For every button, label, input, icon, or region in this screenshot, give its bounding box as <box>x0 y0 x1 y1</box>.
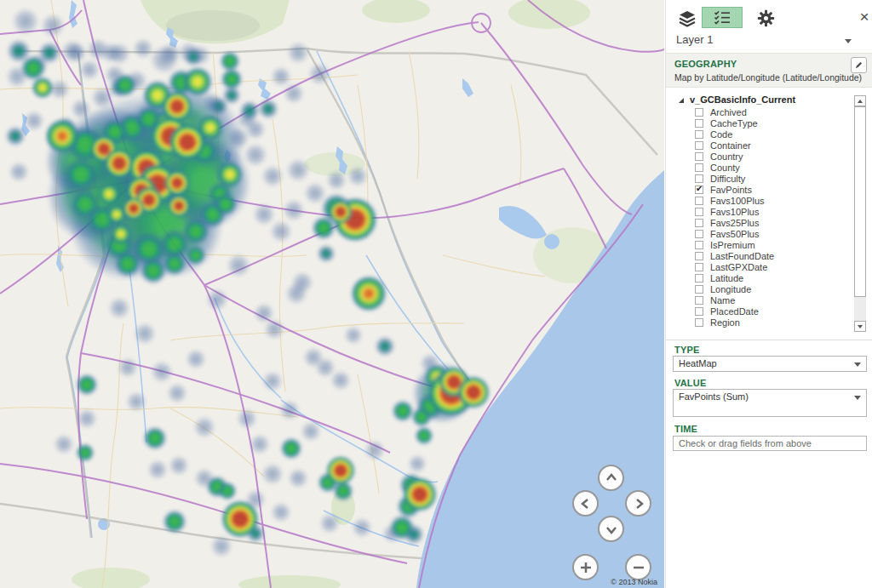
chevron-down-icon <box>600 518 622 540</box>
field-row[interactable]: Favs25Plus <box>666 218 852 229</box>
field-row[interactable]: IsPremium <box>666 240 852 251</box>
field-row[interactable]: County <box>666 163 852 174</box>
zoom-in-button[interactable] <box>572 554 599 580</box>
minus-icon <box>628 557 650 579</box>
table-node[interactable]: v_GCBasicInfo_Current <box>666 94 852 107</box>
map-canvas[interactable]: © 2013 Nokia <box>0 0 664 588</box>
scrollbar-track[interactable] <box>854 106 866 321</box>
field-row[interactable]: CacheType <box>666 118 852 129</box>
checkbox[interactable] <box>695 241 703 249</box>
field-label: Difficulty <box>710 174 745 184</box>
checkbox[interactable] <box>695 197 703 205</box>
field-tree: v_GCBasicInfo_Current ArchivedCacheTypeC… <box>666 94 852 328</box>
field-list-scrollbar[interactable] <box>854 95 866 332</box>
checkbox[interactable] <box>695 119 703 128</box>
pencil-icon[interactable] <box>851 57 867 73</box>
type-select[interactable]: HeatMap <box>673 356 867 372</box>
checkbox[interactable] <box>695 296 703 305</box>
field-row[interactable]: Container <box>666 140 852 151</box>
layer-selector[interactable]: Layer 1 <box>676 33 855 49</box>
powermap-window: © 2013 Nokia <box>0 0 872 588</box>
checkbox[interactable] <box>695 252 703 260</box>
field-row[interactable]: ✔FavPoints <box>666 185 852 196</box>
field-row[interactable]: Region <box>666 317 852 328</box>
chevron-down-icon <box>854 396 861 400</box>
field-row[interactable]: Longitude <box>666 284 852 295</box>
type-title: TYPE <box>674 345 700 355</box>
checkbox[interactable] <box>695 130 703 139</box>
close-icon[interactable]: × <box>857 9 872 26</box>
expander-icon[interactable] <box>679 98 684 103</box>
field-label: Favs10Plus <box>710 207 759 217</box>
field-rows: ArchivedCacheTypeCodeContainerCountryCou… <box>666 107 852 328</box>
value-select-value: FavPoints (Sum) <box>679 391 749 402</box>
geography-title: GEOGRAPHY <box>674 59 737 69</box>
layers-icon[interactable] <box>674 8 700 29</box>
field-row[interactable]: Country <box>666 151 852 163</box>
scroll-up-icon[interactable] <box>854 95 866 106</box>
table-name: v_GCBasicInfo_Current <box>690 94 795 105</box>
field-row[interactable]: Name <box>666 295 852 306</box>
chevron-down-icon <box>854 363 861 367</box>
pan-down-button[interactable] <box>598 516 624 542</box>
pan-up-button[interactable] <box>598 465 624 491</box>
checkbox[interactable] <box>695 318 703 327</box>
field-row[interactable]: Latitude <box>666 273 852 284</box>
pan-left-button[interactable] <box>572 490 599 517</box>
field-label: CacheType <box>710 118 758 128</box>
field-label: IsPremium <box>710 240 755 250</box>
time-dropzone[interactable]: Check or drag fields from above <box>673 436 867 451</box>
field-label: Code <box>710 129 732 140</box>
checkbox[interactable] <box>695 108 703 117</box>
field-row[interactable]: Favs50Plus <box>666 229 852 240</box>
settings-gear-icon[interactable] <box>754 8 777 29</box>
field-label: Region <box>710 317 740 328</box>
scrollbar-thumb[interactable] <box>854 106 866 297</box>
field-row[interactable]: PlacedDate <box>666 306 852 317</box>
zoom-out-button[interactable] <box>625 554 651 580</box>
value-title: VALUE <box>674 378 706 388</box>
chevron-left-icon <box>575 493 597 515</box>
checkbox[interactable] <box>695 208 703 216</box>
value-select[interactable]: FavPoints (Sum) <box>673 389 867 417</box>
field-row[interactable]: Difficulty <box>666 174 852 185</box>
checkbox[interactable] <box>695 141 703 150</box>
field-label: Container <box>710 140 751 151</box>
scroll-down-icon[interactable] <box>854 321 866 332</box>
field-label: LastGPXDate <box>710 262 767 272</box>
field-label: PlacedDate <box>710 306 759 317</box>
chevron-right-icon <box>628 493 650 515</box>
layer-pane: × Layer 1 GEOGRAPHY Map by Latitude/Long… <box>665 0 872 588</box>
field-label: Favs100Plus <box>710 196 765 206</box>
field-label: FavPoints <box>710 185 752 195</box>
field-row[interactable]: Favs10Plus <box>666 207 852 218</box>
checkbox[interactable] <box>695 285 703 294</box>
field-row[interactable]: LastFoundDate <box>666 251 852 262</box>
plus-icon <box>575 557 597 579</box>
checkbox[interactable] <box>695 163 703 172</box>
geography-section: GEOGRAPHY Map by Latitude/Longitude (Lat… <box>666 53 872 88</box>
checkbox-checked[interactable]: ✔ <box>695 186 703 194</box>
checkbox[interactable] <box>695 307 703 316</box>
field-label: Archived <box>710 107 747 117</box>
chevron-up-icon <box>600 467 622 489</box>
map-attribution: © 2013 Nokia <box>611 578 657 586</box>
pan-right-button[interactable] <box>625 490 651 517</box>
field-row[interactable]: Archived <box>666 107 852 118</box>
checkbox[interactable] <box>695 263 703 271</box>
checkbox[interactable] <box>695 174 703 183</box>
checkbox[interactable] <box>695 152 703 161</box>
checkbox[interactable] <box>695 219 703 227</box>
check-icon: ✔ <box>696 184 703 193</box>
checkbox[interactable] <box>695 274 703 283</box>
geography-description: Map by Latitude/Longitude (Latitude/Long… <box>674 72 862 83</box>
field-label: LastFoundDate <box>710 251 774 261</box>
field-list-icon[interactable] <box>702 7 743 28</box>
field-row[interactable]: Favs100Plus <box>666 196 852 207</box>
basemap <box>0 0 664 588</box>
layer-selector-label: Layer 1 <box>676 33 713 46</box>
checkbox[interactable] <box>695 230 703 238</box>
field-row[interactable]: LastGPXDate <box>666 262 852 273</box>
field-row[interactable]: Code <box>666 129 852 140</box>
time-placeholder: Check or drag fields from above <box>679 438 812 448</box>
